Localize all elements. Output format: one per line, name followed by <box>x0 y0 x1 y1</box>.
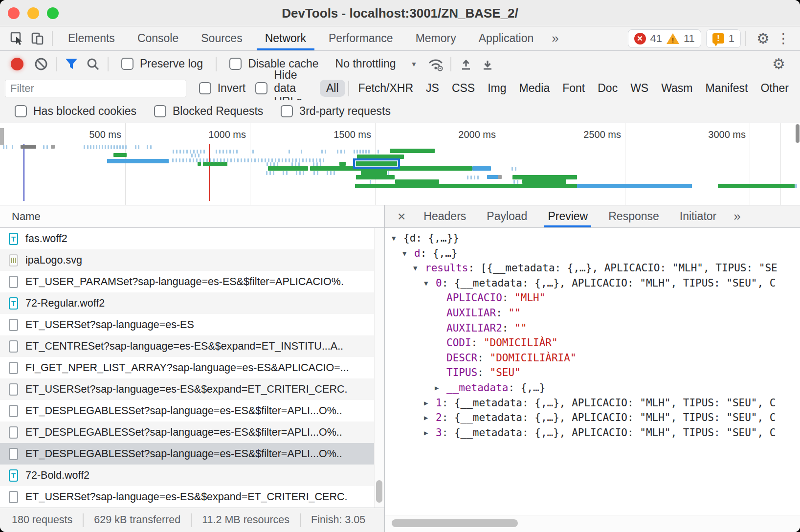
tree-expand-arrow[interactable]: ▶ <box>424 410 436 425</box>
network-overview-timeline[interactable]: 500 ms1000 ms1500 ms2000 ms2500 ms3000 m… <box>0 123 800 205</box>
tree-node[interactable]: APLICACIO: "MLH" <box>385 290 800 306</box>
tree-expand-arrow[interactable]: ▶ <box>424 425 436 441</box>
import-har-icon[interactable] <box>455 54 477 74</box>
request-row[interactable]: T72-Bold.woff2 <box>0 465 384 486</box>
clear-network-log-icon[interactable] <box>30 54 52 74</box>
tree-node[interactable]: ▶3: {__metadata: {,…}, APLICACIO: "MLH",… <box>385 425 800 441</box>
close-details-icon[interactable]: × <box>390 209 413 224</box>
export-har-icon[interactable] <box>477 54 498 74</box>
device-toolbar-icon[interactable] <box>27 29 48 48</box>
tree-node[interactable]: ▶2: {__metadata: {,…}, APLICACIO: "MLH",… <box>385 410 800 425</box>
tree-expand-arrow[interactable]: ▶ <box>435 380 446 396</box>
tree-node[interactable]: CODI: "DOMICILIÀR" <box>385 335 800 351</box>
search-icon[interactable] <box>82 54 104 74</box>
filter-input[interactable] <box>5 80 186 97</box>
tree-node[interactable]: ▼results: [{__metadata: {,…}, APLICACIO:… <box>385 261 800 276</box>
request-row[interactable]: ET_DESPLEGABLESSet?sap-language=es-ES&$f… <box>0 421 384 443</box>
request-list-scrollbar[interactable] <box>374 228 384 508</box>
tree-node[interactable]: ▼d: {,…} <box>385 246 800 261</box>
filter-funnel-icon[interactable] <box>61 54 82 74</box>
overview-scrollbar-thumb[interactable] <box>796 124 800 143</box>
issues-badge[interactable]: ! 1 <box>706 29 741 48</box>
network-conditions-icon[interactable] <box>425 54 446 74</box>
checkbox[interactable] <box>154 105 166 117</box>
checkbox[interactable] <box>15 105 27 117</box>
checkbox[interactable] <box>121 58 133 70</box>
tab-application[interactable]: Application <box>467 26 545 50</box>
blocked-requests-checkbox[interactable]: Blocked Requests <box>154 105 263 118</box>
tree-node[interactable]: AUXILIAR2: "" <box>385 321 800 336</box>
request-row[interactable]: ET_USERSet?sap-language=es-ES&$expand=ET… <box>0 378 384 400</box>
record-button[interactable] <box>11 58 23 70</box>
details-tab-payload[interactable]: Payload <box>476 205 537 227</box>
request-row[interactable]: ET_USERSet?sap-language=es-ES&$expand=ET… <box>0 486 384 508</box>
request-row[interactable]: ET_USERSet?sap-language=es-ES <box>0 314 384 335</box>
more-tabs-icon[interactable]: » <box>545 31 565 46</box>
third-party-requests-checkbox[interactable]: 3rd-party requests <box>281 105 391 118</box>
request-row[interactable]: T72-Regular.woff2 <box>0 292 384 314</box>
tree-node[interactable]: ▶1: {__metadata: {,…}, APLICACIO: "MLH",… <box>385 396 800 411</box>
tree-expand-arrow[interactable]: ▼ <box>424 276 436 291</box>
has-blocked-cookies-checkbox[interactable]: Has blocked cookies <box>15 105 136 118</box>
more-details-tabs-icon[interactable]: » <box>727 209 747 224</box>
tree-node[interactable]: TIPUS: "SEU" <box>385 365 800 380</box>
filter-type-js[interactable]: JS <box>420 80 445 97</box>
inspect-element-icon[interactable] <box>7 29 27 48</box>
request-row[interactable]: ET_USER_PARAMSet?sap-language=es-ES&$fil… <box>0 271 384 292</box>
tree-node[interactable]: AUXILIAR: "" <box>385 306 800 321</box>
details-tab-response[interactable]: Response <box>598 205 669 227</box>
filter-type-other[interactable]: Other <box>754 80 795 97</box>
tab-sources[interactable]: Sources <box>190 26 253 50</box>
filter-type-img[interactable]: Img <box>481 80 512 97</box>
preserve-log-checkbox[interactable]: Preserve log <box>121 57 203 70</box>
filter-type-ws[interactable]: WS <box>624 80 655 97</box>
filter-type-font[interactable]: Font <box>556 80 591 97</box>
details-tab-initiator[interactable]: Initiator <box>669 205 727 227</box>
tree-node[interactable]: DESCR: "DOMICILIÀRIA" <box>385 351 800 366</box>
filter-type-media[interactable]: Media <box>513 80 556 97</box>
tree-expand-arrow[interactable]: ▼ <box>402 246 414 261</box>
tree-node[interactable]: ▼0: {__metadata: {,…}, APLICACIO: "MLH",… <box>385 276 800 291</box>
scrollbar-thumb[interactable] <box>376 480 382 503</box>
waterfall-tick <box>359 150 361 154</box>
details-tab-headers[interactable]: Headers <box>413 205 476 227</box>
details-horizontal-scrollbar[interactable] <box>385 515 800 532</box>
request-row[interactable]: ET_DESPLEGABLESSet?sap-language=es-ES&$f… <box>0 443 384 465</box>
tree-node[interactable]: ▼{d: {,…}} <box>385 231 800 246</box>
throttling-dropdown[interactable]: No throttling ▼ <box>335 57 418 70</box>
waterfall-tick <box>301 150 302 154</box>
tab-performance[interactable]: Performance <box>317 26 404 50</box>
tab-console[interactable]: Console <box>126 26 190 50</box>
settings-gear-icon[interactable]: ⚙ <box>756 31 770 46</box>
waterfall-selected-bar[interactable] <box>353 158 400 169</box>
console-errors-warnings-badge[interactable]: ✕ 41 ! 11 <box>628 29 701 48</box>
request-row[interactable]: ET_DESPLEGABLESSet?sap-language=es-ES&$f… <box>0 400 384 421</box>
invert-checkbox[interactable]: Invert <box>199 82 246 95</box>
tab-network[interactable]: Network <box>254 26 317 50</box>
tree-expand-arrow[interactable]: ▼ <box>413 261 425 276</box>
filter-type-css[interactable]: CSS <box>445 80 481 97</box>
scrollbar-thumb[interactable] <box>392 519 518 527</box>
request-row[interactable]: ET_CENTRESet?sap-language=es-ES&$expand=… <box>0 335 384 357</box>
filter-type-wasm[interactable]: Wasm <box>655 80 699 97</box>
checkbox[interactable] <box>229 58 242 70</box>
filter-type-manifest[interactable]: Manifest <box>699 80 755 97</box>
name-column-header[interactable]: Name <box>0 205 384 228</box>
checkbox[interactable] <box>255 82 267 94</box>
checkbox[interactable] <box>281 105 293 117</box>
tree-expand-arrow[interactable]: ▶ <box>424 396 436 411</box>
tree-node[interactable]: ▶__metadata: {,…} <box>385 380 800 396</box>
checkbox[interactable] <box>199 82 211 94</box>
filter-type-all[interactable]: All <box>320 80 345 97</box>
tab-elements[interactable]: Elements <box>57 26 126 50</box>
tree-expand-arrow[interactable]: ▼ <box>392 231 403 246</box>
request-row[interactable]: FI_GET_NPER_LIST_ARRAY?sap-language=es-E… <box>0 357 384 378</box>
request-row[interactable]: Tfas.woff2 <box>0 228 384 249</box>
filter-type-fetch-xhr[interactable]: Fetch/XHR <box>352 80 420 97</box>
more-options-icon[interactable]: ⋮ <box>777 30 790 46</box>
tab-memory[interactable]: Memory <box>404 26 467 50</box>
details-tab-preview[interactable]: Preview <box>537 205 598 227</box>
network-settings-gear-icon[interactable]: ⚙ <box>772 57 785 71</box>
request-row[interactable]: ipaLogo.svg <box>0 249 384 271</box>
filter-type-doc[interactable]: Doc <box>591 80 624 97</box>
